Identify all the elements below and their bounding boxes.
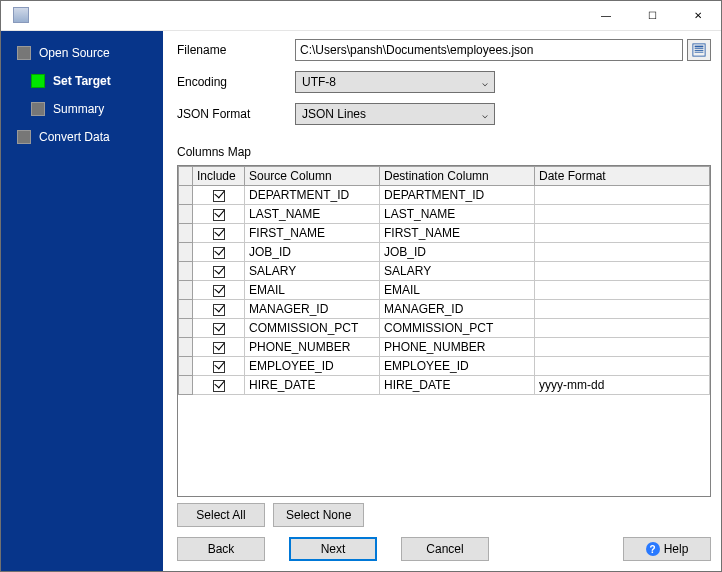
encoding-select[interactable]: UTF-8 ⌵ <box>295 71 495 93</box>
include-checkbox[interactable] <box>213 209 225 221</box>
row-header <box>179 243 193 262</box>
include-checkbox[interactable] <box>213 380 225 392</box>
date-format-cell[interactable]: yyyy-mm-dd <box>535 376 710 395</box>
table-row[interactable]: EMAILEMAIL <box>179 281 710 300</box>
row-header <box>179 357 193 376</box>
date-format-cell[interactable] <box>535 205 710 224</box>
source-column-cell[interactable]: COMMISSION_PCT <box>245 319 380 338</box>
table-row[interactable]: EMPLOYEE_IDEMPLOYEE_ID <box>179 357 710 376</box>
destination-column-cell[interactable]: SALARY <box>380 262 535 281</box>
source-column-cell[interactable]: LAST_NAME <box>245 205 380 224</box>
table-row[interactable]: JOB_IDJOB_ID <box>179 243 710 262</box>
date-format-cell[interactable] <box>535 300 710 319</box>
include-cell[interactable] <box>193 224 245 243</box>
columns-map-grid[interactable]: Include Source Column Destination Column… <box>177 165 711 497</box>
include-checkbox[interactable] <box>213 247 225 259</box>
wizard-step-set-target[interactable]: Set Target <box>1 67 163 95</box>
table-row[interactable]: SALARYSALARY <box>179 262 710 281</box>
table-row[interactable]: FIRST_NAMEFIRST_NAME <box>179 224 710 243</box>
date-format-cell[interactable] <box>535 262 710 281</box>
include-checkbox[interactable] <box>213 323 225 335</box>
source-column-cell[interactable]: MANAGER_ID <box>245 300 380 319</box>
include-cell[interactable] <box>193 300 245 319</box>
back-button[interactable]: Back <box>177 537 265 561</box>
next-button[interactable]: Next <box>289 537 377 561</box>
source-column-cell[interactable]: FIRST_NAME <box>245 224 380 243</box>
col-header-source[interactable]: Source Column <box>245 167 380 186</box>
date-format-cell[interactable] <box>535 281 710 300</box>
cancel-button[interactable]: Cancel <box>401 537 489 561</box>
include-cell[interactable] <box>193 338 245 357</box>
include-cell[interactable] <box>193 376 245 395</box>
table-row[interactable]: LAST_NAMELAST_NAME <box>179 205 710 224</box>
include-cell[interactable] <box>193 357 245 376</box>
table-row[interactable]: DEPARTMENT_IDDEPARTMENT_ID <box>179 186 710 205</box>
date-format-cell[interactable] <box>535 338 710 357</box>
destination-column-cell[interactable]: COMMISSION_PCT <box>380 319 535 338</box>
svg-rect-2 <box>695 48 704 49</box>
include-cell[interactable] <box>193 205 245 224</box>
main-panel: Filename Encoding UTF-8 ⌵ JSON Format JS… <box>163 31 721 571</box>
wizard-button-bar: Back Next Cancel ? Help <box>177 527 711 561</box>
source-column-cell[interactable]: JOB_ID <box>245 243 380 262</box>
destination-column-cell[interactable]: DEPARTMENT_ID <box>380 186 535 205</box>
step-label: Summary <box>53 102 104 116</box>
date-format-cell[interactable] <box>535 357 710 376</box>
date-format-cell[interactable] <box>535 319 710 338</box>
include-cell[interactable] <box>193 186 245 205</box>
include-checkbox[interactable] <box>213 190 225 202</box>
include-checkbox[interactable] <box>213 361 225 373</box>
filename-label: Filename <box>177 43 295 57</box>
table-row[interactable]: PHONE_NUMBERPHONE_NUMBER <box>179 338 710 357</box>
destination-column-cell[interactable]: LAST_NAME <box>380 205 535 224</box>
date-format-cell[interactable] <box>535 186 710 205</box>
select-none-button[interactable]: Select None <box>273 503 364 527</box>
json-format-select[interactable]: JSON Lines ⌵ <box>295 103 495 125</box>
date-format-cell[interactable] <box>535 224 710 243</box>
grid-header-row: Include Source Column Destination Column… <box>179 167 710 186</box>
source-column-cell[interactable]: SALARY <box>245 262 380 281</box>
col-header-include[interactable]: Include <box>193 167 245 186</box>
include-cell[interactable] <box>193 281 245 300</box>
help-button[interactable]: ? Help <box>623 537 711 561</box>
browse-button[interactable] <box>687 39 711 61</box>
table-row[interactable]: COMMISSION_PCTCOMMISSION_PCT <box>179 319 710 338</box>
close-button[interactable]: ✕ <box>675 1 721 31</box>
source-column-cell[interactable]: PHONE_NUMBER <box>245 338 380 357</box>
row-header <box>179 186 193 205</box>
include-checkbox[interactable] <box>213 228 225 240</box>
col-header-destination[interactable]: Destination Column <box>380 167 535 186</box>
destination-column-cell[interactable]: PHONE_NUMBER <box>380 338 535 357</box>
step-label: Set Target <box>53 74 111 88</box>
source-column-cell[interactable]: HIRE_DATE <box>245 376 380 395</box>
maximize-button[interactable]: ☐ <box>629 1 675 31</box>
minimize-button[interactable]: — <box>583 1 629 31</box>
include-cell[interactable] <box>193 243 245 262</box>
destination-column-cell[interactable]: HIRE_DATE <box>380 376 535 395</box>
select-all-button[interactable]: Select All <box>177 503 265 527</box>
destination-column-cell[interactable]: JOB_ID <box>380 243 535 262</box>
include-checkbox[interactable] <box>213 304 225 316</box>
wizard-step-convert-data[interactable]: Convert Data <box>1 123 163 151</box>
titlebar: — ☐ ✕ <box>1 1 721 31</box>
source-column-cell[interactable]: EMAIL <box>245 281 380 300</box>
include-checkbox[interactable] <box>213 266 225 278</box>
destination-column-cell[interactable]: FIRST_NAME <box>380 224 535 243</box>
include-cell[interactable] <box>193 319 245 338</box>
table-row[interactable]: HIRE_DATEHIRE_DATEyyyy-mm-dd <box>179 376 710 395</box>
table-row[interactable]: MANAGER_IDMANAGER_ID <box>179 300 710 319</box>
filename-input[interactable] <box>295 39 683 61</box>
include-checkbox[interactable] <box>213 285 225 297</box>
source-column-cell[interactable]: DEPARTMENT_ID <box>245 186 380 205</box>
help-label: Help <box>664 542 689 556</box>
destination-column-cell[interactable]: MANAGER_ID <box>380 300 535 319</box>
col-header-date-format[interactable]: Date Format <box>535 167 710 186</box>
destination-column-cell[interactable]: EMAIL <box>380 281 535 300</box>
date-format-cell[interactable] <box>535 243 710 262</box>
include-cell[interactable] <box>193 262 245 281</box>
wizard-step-open-source[interactable]: Open Source <box>1 39 163 67</box>
destination-column-cell[interactable]: EMPLOYEE_ID <box>380 357 535 376</box>
source-column-cell[interactable]: EMPLOYEE_ID <box>245 357 380 376</box>
include-checkbox[interactable] <box>213 342 225 354</box>
wizard-step-summary[interactable]: Summary <box>1 95 163 123</box>
